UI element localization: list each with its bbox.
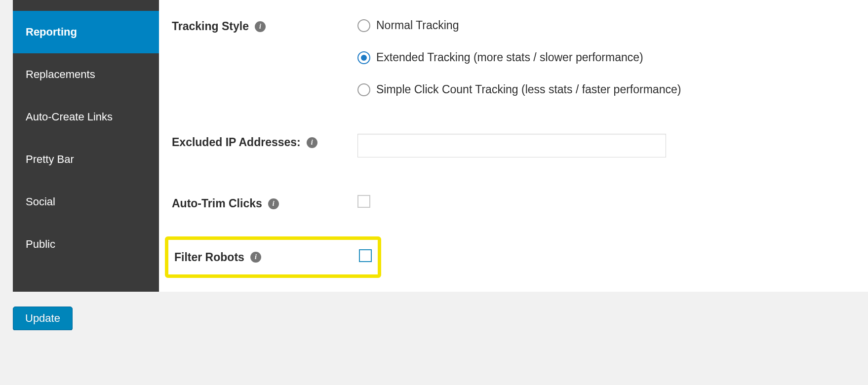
tracking-style-control: Normal Tracking Extended Tracking (more …: [357, 18, 868, 96]
filter-robots-label: Filter Robots i: [174, 251, 359, 264]
update-button[interactable]: Update: [13, 307, 73, 330]
label-text: Auto-Trim Clicks: [172, 197, 262, 210]
radio-option-simple[interactable]: Simple Click Count Tracking (less stats …: [357, 83, 868, 96]
tracking-style-row: Tracking Style i Normal Tracking Extende…: [172, 14, 868, 100]
sidebar-item-social[interactable]: Social: [13, 181, 159, 223]
sidebar-item-auto-create-links[interactable]: Auto-Create Links: [13, 96, 159, 138]
sidebar-item-pretty-bar[interactable]: Pretty Bar: [13, 138, 159, 181]
radio-label: Normal Tracking: [376, 19, 459, 32]
sidebar-item-replacements[interactable]: Replacements: [13, 53, 159, 96]
radio-option-normal[interactable]: Normal Tracking: [357, 19, 868, 32]
label-text: Excluded IP Addresses:: [172, 136, 301, 149]
radio-normal-tracking[interactable]: [357, 19, 370, 32]
radio-label: Extended Tracking (more stats / slower p…: [376, 51, 643, 64]
radio-label: Simple Click Count Tracking (less stats …: [376, 83, 681, 96]
auto-trim-control: [357, 195, 868, 211]
info-icon[interactable]: i: [307, 137, 317, 148]
radio-simple-tracking[interactable]: [357, 83, 370, 96]
excluded-ips-label: Excluded IP Addresses: i: [172, 134, 357, 149]
excluded-ips-control: [357, 134, 868, 157]
filter-robots-checkbox[interactable]: [359, 249, 372, 262]
settings-content: Tracking Style i Normal Tracking Extende…: [159, 0, 868, 292]
info-icon[interactable]: i: [255, 21, 266, 32]
filter-robots-highlight: Filter Robots i: [165, 236, 381, 278]
excluded-ips-row: Excluded IP Addresses: i: [172, 130, 868, 161]
radio-extended-tracking[interactable]: [357, 51, 370, 64]
label-text: Filter Robots: [174, 251, 244, 264]
info-icon[interactable]: i: [250, 252, 261, 263]
sidebar-item-public[interactable]: Public: [13, 223, 159, 266]
tracking-style-label: Tracking Style i: [172, 18, 357, 33]
sidebar-spacer: [13, 0, 159, 11]
sidebar: Reporting Replacements Auto-Create Links…: [13, 0, 159, 292]
label-text: Tracking Style: [172, 20, 249, 33]
auto-trim-row: Auto-Trim Clicks i: [172, 191, 868, 215]
sidebar-item-reporting[interactable]: Reporting: [13, 11, 159, 53]
radio-option-extended[interactable]: Extended Tracking (more stats / slower p…: [357, 51, 868, 64]
update-row: Update: [0, 292, 868, 330]
info-icon[interactable]: i: [268, 198, 279, 209]
auto-trim-label: Auto-Trim Clicks i: [172, 195, 357, 210]
tracking-radio-group: Normal Tracking Extended Tracking (more …: [357, 18, 868, 96]
excluded-ips-input[interactable]: [357, 134, 666, 157]
auto-trim-checkbox[interactable]: [357, 195, 370, 208]
filter-robots-control: [359, 249, 372, 265]
